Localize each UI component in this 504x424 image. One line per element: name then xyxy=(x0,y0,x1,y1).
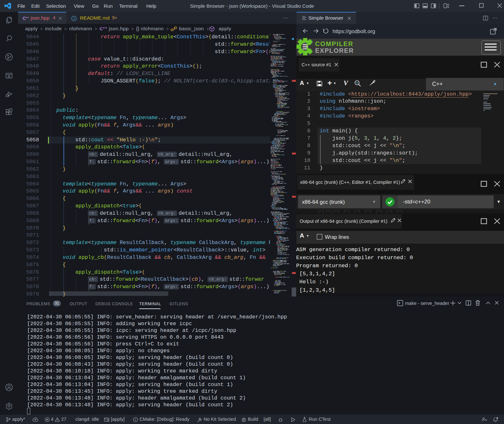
svg-text:++: ++ xyxy=(26,16,29,19)
